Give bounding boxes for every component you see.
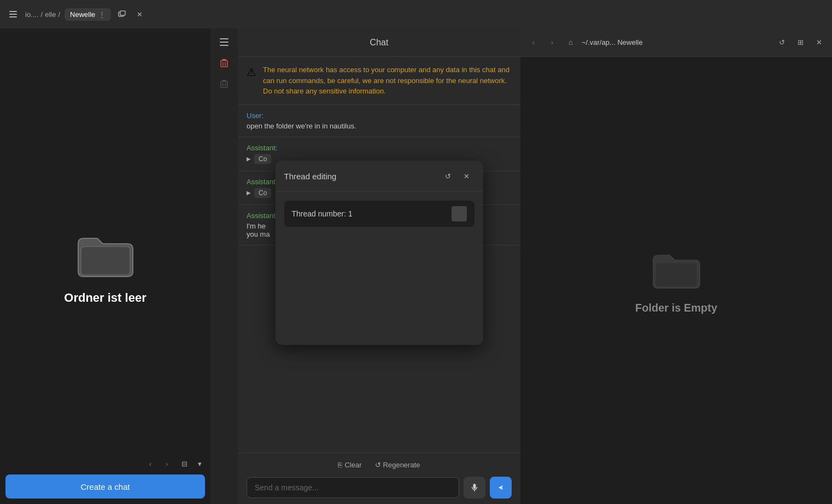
right-path-prefix: ~/.var/ap... (582, 38, 616, 46)
left-panel: Ordner ist leer ‹ › ⊟ ▾ Create a chat (0, 28, 210, 504)
svg-rect-1 (9, 14, 17, 15)
regenerate-button[interactable]: ↺ Regenerate (371, 459, 425, 471)
modal-title: Thread editing (284, 172, 337, 181)
svg-rect-15 (655, 263, 697, 287)
modal-refresh-button[interactable]: ↺ (441, 168, 456, 184)
svg-rect-2 (9, 16, 17, 17)
svg-rect-12 (221, 81, 227, 87)
svg-rect-7 (220, 42, 228, 43)
left-panel-content: Ordner ist leer (0, 28, 210, 504)
chat-actions: ⎘ Clear ↺ Regenerate (247, 459, 512, 471)
regenerate-label: Regenerate (383, 461, 420, 469)
browser-chrome: io.... / elle / Newelle ⋮ ✕ (0, 0, 832, 28)
tab-close-button[interactable]: ✕ (133, 8, 146, 21)
chat-messages[interactable]: ⚠ The neural network has access to your … (238, 57, 520, 453)
right-layout-button[interactable]: ⊞ (793, 35, 808, 50)
breadcrumb-part1: io.... (25, 10, 39, 19)
right-home-button[interactable]: ⌂ (563, 35, 578, 50)
chat-panel: Chat ⚠ The neural network has access to … (238, 28, 520, 504)
svg-rect-8 (220, 45, 228, 46)
svg-rect-9 (221, 61, 227, 67)
svg-rect-5 (81, 247, 130, 275)
new-window-button[interactable] (115, 8, 128, 21)
svg-rect-0 (9, 11, 17, 12)
folder-empty-title: Ordner ist leer (64, 291, 146, 305)
clear-icon: ⎘ (338, 461, 342, 469)
main-layout: Ordner ist leer ‹ › ⊟ ▾ Create a chat (0, 28, 832, 504)
svg-rect-4 (120, 11, 125, 15)
right-nav-forward-button[interactable]: › (544, 35, 560, 50)
right-path-name: Newelle (617, 38, 642, 46)
chat-input[interactable] (247, 477, 459, 498)
right-close-button[interactable]: ✕ (811, 35, 827, 50)
nav-back-button[interactable]: ‹ (143, 456, 158, 471)
tab-title: Newelle (70, 10, 95, 19)
right-panel: ‹ › ⌂ ~/.var/ap... Newelle ↺ ⊞ ✕ Folder … (520, 28, 832, 504)
modal-overlay: Thread editing ↺ ✕ Thread number: 1 (238, 57, 520, 453)
chat-footer: ⎘ Clear ↺ Regenerate (238, 453, 520, 504)
right-empty-label: Folder is Empty (635, 302, 717, 314)
modal-header-buttons: ↺ ✕ (441, 168, 474, 184)
folder-icon-large (73, 227, 138, 282)
left-panel-toolbar: ‹ › ⊟ ▾ (143, 456, 205, 471)
thread-number-box[interactable] (452, 206, 467, 221)
clear-label: Clear (344, 461, 361, 469)
active-tab[interactable]: Newelle ⋮ (65, 8, 111, 21)
chat-input-row (247, 477, 512, 499)
svg-rect-6 (220, 38, 228, 39)
toolbar-nav: ‹ › (143, 456, 174, 471)
nav-forward-button[interactable]: › (159, 456, 174, 471)
sidebar-icons (210, 28, 238, 504)
thread-editing-modal: Thread editing ↺ ✕ Thread number: 1 (276, 161, 483, 345)
right-path: ~/.var/ap... Newelle (582, 38, 771, 46)
delete-red-button[interactable] (215, 54, 233, 72)
chat-title: Chat (370, 38, 389, 48)
sidebar-toggle-button[interactable] (5, 7, 21, 22)
modal-body: Thread number: 1 (276, 192, 483, 345)
modal-spacer (284, 227, 474, 336)
view-dropdown-button[interactable]: ▾ (194, 456, 205, 471)
clear-button[interactable]: ⎘ Clear (333, 459, 366, 471)
modal-close-button[interactable]: ✕ (459, 168, 474, 184)
right-panel-header: ‹ › ⌂ ~/.var/ap... Newelle ↺ ⊞ ✕ (520, 28, 832, 57)
tab-breadcrumb: io.... / elle / (25, 10, 60, 19)
right-refresh-button[interactable]: ↺ (774, 35, 789, 50)
delete-gray-button[interactable] (215, 74, 233, 93)
menu-icon-button[interactable] (215, 33, 233, 51)
breadcrumb-part2: elle (45, 10, 56, 19)
thread-number-row: Thread number: 1 (284, 201, 474, 227)
breadcrumb-sep1: / (41, 10, 43, 19)
thread-number-label: Thread number: 1 (292, 209, 353, 218)
list-view-button[interactable]: ⊟ (177, 456, 192, 471)
right-folder-icon (649, 247, 704, 293)
right-panel-content: Folder is Empty (520, 57, 832, 504)
breadcrumb-sep2: / (58, 10, 60, 19)
tab-kebab-menu[interactable]: ⋮ (98, 10, 106, 19)
chat-header: Chat (238, 28, 520, 57)
mic-button[interactable] (464, 477, 485, 499)
regenerate-icon: ↺ (375, 461, 381, 469)
create-chat-button[interactable]: Create a chat (5, 474, 205, 499)
send-button[interactable] (490, 477, 512, 499)
right-nav-back-button[interactable]: ‹ (526, 35, 541, 50)
modal-header: Thread editing ↺ ✕ (276, 161, 483, 192)
